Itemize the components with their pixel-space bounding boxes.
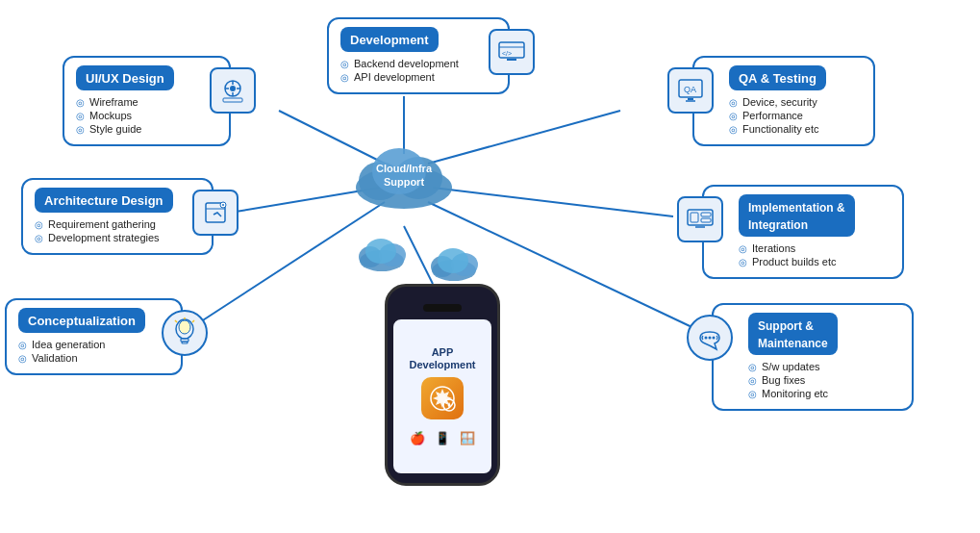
impl-item-2: Product builds etc [739, 256, 891, 267]
support-card-title-box: Support &Maintenance [748, 313, 838, 355]
phone-app-icon [421, 377, 464, 419]
uiux-item-2: Mockups [76, 110, 217, 121]
architecture-title: Architecture Design [44, 193, 163, 208]
svg-point-19 [438, 248, 468, 273]
implementation-icon [677, 196, 723, 242]
development-title: Development [350, 33, 429, 47]
qa-icon: QA [667, 67, 714, 114]
svg-point-15 [365, 239, 396, 264]
implementation-title: Implementation &Integration [748, 201, 845, 232]
uiux-icon [210, 67, 256, 114]
support-icon [687, 315, 733, 361]
qa-card: QA QA & Testing Device, security Perform… [692, 56, 875, 146]
svg-text:</>: </> [502, 50, 512, 57]
svg-line-5 [433, 188, 673, 216]
concept-item-2: Validation [18, 352, 169, 364]
svg-rect-53 [701, 218, 711, 222]
qa-item-1: Device, security [729, 96, 862, 108]
center-cloud: Cloud/Infra Support [346, 135, 462, 216]
android-icon: 📱 [434, 429, 451, 446]
svg-line-45 [192, 320, 194, 322]
uiux-card-title-box: UI/UX Design [76, 65, 174, 90]
small-cloud-right [428, 245, 481, 286]
svg-point-56 [709, 337, 712, 340]
architecture-icon [192, 190, 239, 236]
phone-notch [423, 304, 462, 312]
svg-rect-33 [223, 98, 242, 102]
conceptualization-icon [162, 310, 208, 356]
architecture-card-title-box: Architecture Design [35, 188, 173, 213]
arch-item-2: Development strategies [35, 232, 200, 243]
svg-rect-42 [182, 342, 188, 343]
cloud-label-line1: Cloud/Infra [376, 163, 432, 174]
support-item-3: Monitoring etc [748, 388, 900, 399]
uiux-title: UI/UX Design [86, 71, 164, 86]
apple-icon: 🍎 [409, 429, 426, 446]
support-title: Support &Maintenance [758, 319, 828, 350]
small-cloud-left [356, 236, 409, 276]
svg-rect-51 [691, 213, 698, 222]
dev-item-2: API development [340, 71, 496, 83]
qa-item-3: Functionality etc [729, 123, 862, 135]
support-item-2: Bug fixes [748, 374, 900, 386]
architecture-card: Architecture Design Requirement gatherin… [21, 178, 214, 255]
uiux-card: UI/UX Design Wireframe Mockups Style gui… [63, 56, 231, 146]
implementation-card: Implementation &Integration Iterations P… [702, 185, 904, 279]
phone-app-title: APP Development [409, 346, 475, 371]
svg-point-28 [230, 86, 236, 91]
qa-title: QA & Testing [739, 71, 817, 86]
uiux-item-1: Wireframe [76, 96, 217, 108]
development-card: Development Backend development API deve… [327, 17, 510, 94]
svg-point-55 [705, 337, 708, 340]
support-item-1: S/w updates [748, 361, 900, 372]
uiux-item-3: Style guide [76, 123, 217, 135]
conceptualization-card-title-box: Conceptualization [18, 308, 145, 333]
development-icon: </> [489, 29, 535, 75]
svg-text:QA: QA [684, 85, 696, 94]
svg-point-40 [179, 320, 190, 334]
development-card-title-box: Development [340, 27, 439, 52]
support-card: Support &Maintenance S/w updates Bug fix… [712, 303, 914, 411]
conceptualization-card: Conceptualization Idea generation Valida… [5, 298, 183, 375]
qa-card-title-box: QA & Testing [729, 65, 826, 90]
svg-rect-50 [688, 210, 713, 225]
svg-rect-52 [701, 213, 711, 216]
windows-icon: 🪟 [459, 429, 476, 446]
svg-line-44 [175, 320, 177, 322]
impl-item-1: Iterations [739, 242, 891, 254]
arch-item-1: Requirement gathering [35, 218, 200, 230]
qa-item-2: Performance [729, 110, 862, 121]
center-cloud-label: Cloud/Infra Support [376, 162, 432, 190]
conceptualization-title: Conceptualization [28, 314, 136, 328]
dev-item-1: Backend development [340, 58, 496, 69]
phone-screen: APP Development 🍎 📱 🪟 [393, 319, 491, 473]
phone-platform-icons: 🍎 📱 🪟 [409, 429, 476, 446]
diagram-container: Cloud/Infra Support APP Development [0, 0, 980, 533]
phone-mockup: APP Development 🍎 📱 🪟 [385, 284, 500, 486]
concept-item-1: Idea generation [18, 339, 169, 350]
svg-point-57 [713, 337, 716, 340]
cloud-label-line2: Support [384, 176, 424, 188]
implementation-card-title-box: Implementation &Integration [739, 194, 855, 237]
